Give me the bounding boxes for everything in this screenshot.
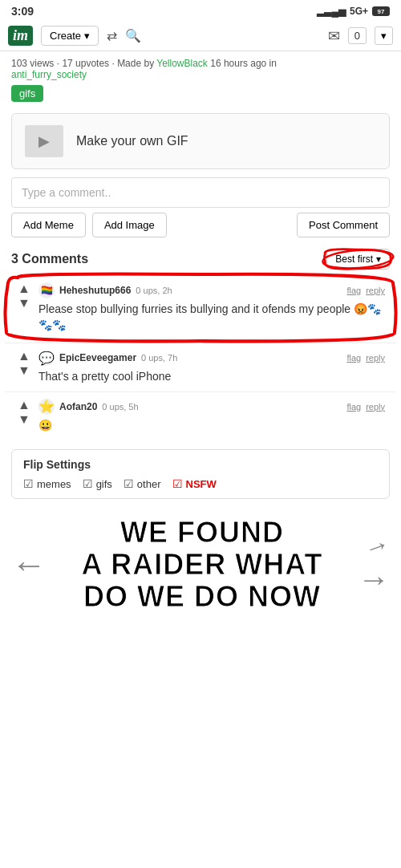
gif-thumb-icon: ▶ (25, 125, 63, 157)
meme-bottom-area: ← WE FOUND A RAIDER WHAT DO WE DO NOW → … (0, 509, 401, 623)
logo: im (8, 26, 33, 46)
comment-user-line-3: ⭐ Aofan20 0 ups, 5h flag reply (38, 399, 385, 415)
downvote-button-3[interactable]: ▼ (18, 413, 30, 426)
flip-option-nsfw: ☑ NSFW (172, 477, 217, 490)
flag-link-2[interactable]: flag (346, 353, 361, 363)
upvote-button-2[interactable]: ▲ (18, 350, 30, 363)
username-1[interactable]: Heheshutup666 (59, 285, 131, 296)
comments-header: 3 Comments Best first ▾ (0, 242, 401, 273)
flag-reply-2: flag reply (346, 353, 385, 363)
rainbow-flag-icon: 🏳️‍🌈 (41, 285, 53, 296)
comments-count-label: 3 Comments (11, 252, 88, 266)
comment-user-line-2: 💬 EpicEeveegamer 0 ups, 7h flag reply (38, 350, 385, 366)
gif-maker-banner[interactable]: ▶ Make your own GIF (11, 113, 390, 169)
comment-meta-2: 0 ups, 7h (141, 353, 177, 363)
comment-content-3: ⭐ Aofan20 0 ups, 5h flag reply 😀 (38, 399, 385, 434)
arrow-right-bottom-icon[interactable]: → (358, 562, 390, 598)
vote-column-2: ▲ ▼ (16, 350, 32, 385)
arrow-right-icons: → → (358, 532, 390, 598)
star-icon: ⭐ (38, 399, 55, 414)
checkbox-other[interactable]: ☑ (124, 477, 134, 490)
post-comment-button[interactable]: Post Comment (297, 213, 390, 237)
post-meta: 103 views · 17 upvotes · Made by YellowB… (0, 51, 401, 105)
tag-pill[interactable]: gifs (11, 85, 43, 102)
flip-option-gifs: ☑ gifs (83, 477, 112, 490)
notification-count[interactable]: 0 (348, 27, 367, 44)
signal-bars: ▂▃▄▅ (317, 6, 346, 17)
flip-settings: Flip Settings ☑ memes ☑ gifs ☑ other ☑ N… (11, 449, 390, 499)
checkbox-memes[interactable]: ☑ (23, 477, 34, 490)
comment-content-2: 💬 EpicEeveegamer 0 ups, 7h flag reply Th… (38, 350, 385, 385)
avatar-1: 🏳️‍🌈 (38, 282, 55, 298)
flag-link-3[interactable]: flag (346, 402, 361, 412)
comment-input[interactable]: Type a comment.. (11, 177, 390, 208)
checkbox-gifs[interactable]: ☑ (83, 477, 93, 490)
gif-banner-label: Make your own GIF (76, 134, 188, 148)
status-icons: ▂▃▄▅ 5G+ 97 (317, 6, 390, 17)
shuffle-icon[interactable]: ⇄ (107, 28, 117, 43)
flag-link-1[interactable]: flag (346, 286, 361, 295)
flip-option-memes: ☑ memes (23, 477, 71, 490)
comment-1-wrapper: ▲ ▼ 🏳️‍🌈 Heheshutup666 0 ups, 2h flag re… (5, 276, 396, 339)
flip-nsfw-label: NSFW (186, 478, 217, 490)
flag-reply-3: flag reply (346, 402, 385, 412)
status-bar: 3:09 ▂▃▄▅ 5G+ 97 (0, 0, 401, 21)
comment-1: ▲ ▼ 🏳️‍🌈 Heheshutup666 0 ups, 2h flag re… (5, 276, 396, 339)
bottom-handle-area (0, 623, 401, 639)
sort-button[interactable]: Best first ▾ (326, 249, 390, 270)
vote-column-1: ▲ ▼ (16, 282, 32, 333)
flip-gifs-label: gifs (96, 478, 112, 490)
comment-action-buttons: Add Meme Add Image Post Comment (11, 213, 390, 237)
comment-3: ▲ ▼ ⭐ Aofan20 0 ups, 5h flag reply 😀 (5, 391, 396, 440)
time-display: 3:09 (11, 5, 34, 18)
comment-2: ▲ ▼ 💬 EpicEeveegamer 0 ups, 7h flag repl… (5, 343, 396, 391)
vote-column-3: ▲ ▼ (16, 399, 32, 434)
search-icon[interactable]: 🔍 (125, 28, 141, 43)
meme-text-area: WE FOUND A RAIDER WHAT DO WE DO NOW (47, 517, 358, 612)
network-type: 5G+ (350, 6, 368, 17)
account-dropdown-button[interactable]: ▾ (375, 26, 393, 45)
checkbox-nsfw[interactable]: ☑ (172, 477, 183, 490)
arrow-left-icon[interactable]: ← (11, 545, 47, 585)
create-button[interactable]: Create ▾ (41, 26, 99, 46)
reply-link-2[interactable]: reply (366, 353, 385, 363)
chevron-down-icon: ▾ (376, 254, 381, 265)
avatar-3: ⭐ (38, 399, 55, 415)
avatar-2: 💬 (38, 350, 55, 366)
comment-content-1: 🏳️‍🌈 Heheshutup666 0 ups, 2h flag reply … (38, 282, 385, 333)
username-2[interactable]: EpicEeveegamer (59, 352, 136, 363)
comment-text-1: Please stop bullying furries its bullyin… (38, 302, 385, 333)
username-3[interactable]: Aofan20 (59, 401, 97, 412)
downvote-button-2[interactable]: ▼ (18, 364, 30, 377)
community-link[interactable]: anti_furry_society (11, 69, 87, 80)
sort-button-wrapper: Best first ▾ (326, 249, 390, 270)
downvote-button-1[interactable]: ▼ (18, 297, 30, 310)
comment-meta-1: 0 ups, 2h (136, 286, 172, 295)
flip-option-other: ☑ other (124, 477, 161, 490)
flip-memes-label: memes (37, 478, 71, 490)
comment-meta-3: 0 ups, 5h (102, 402, 138, 412)
top-nav: im Create ▾ ⇄ 🔍 ✉ 0 ▾ (0, 21, 401, 51)
battery-icon: 97 (372, 6, 390, 16)
reply-link-1[interactable]: reply (366, 286, 385, 295)
arrow-right-top-icon[interactable]: → (360, 528, 395, 565)
comment-user-line-1: 🏳️‍🌈 Heheshutup666 0 ups, 2h flag reply (38, 282, 385, 298)
upvote-button-3[interactable]: ▲ (18, 399, 30, 412)
author-link[interactable]: YellowBlack (156, 58, 208, 69)
comment-text-3: 😀 (38, 418, 385, 434)
upvote-count: 17 upvotes (62, 58, 109, 69)
add-meme-button[interactable]: Add Meme (11, 213, 86, 237)
meme-text-line1: WE FOUND A RAIDER WHAT DO WE DO NOW (47, 517, 358, 612)
reply-link-3[interactable]: reply (366, 402, 385, 412)
view-count: 103 views (11, 58, 54, 69)
upvote-button-1[interactable]: ▲ (18, 282, 30, 295)
speech-bubble-icon: 💬 (38, 351, 55, 366)
chevron-down-icon: ▾ (84, 30, 90, 42)
flag-reply-1: flag reply (346, 286, 385, 295)
add-image-button[interactable]: Add Image (92, 213, 167, 237)
mail-icon[interactable]: ✉ (328, 27, 340, 45)
comment-text-2: That's a pretty cool iPhone (38, 369, 385, 385)
flip-other-label: other (137, 478, 161, 490)
flip-options: ☑ memes ☑ gifs ☑ other ☑ NSFW (23, 477, 378, 490)
flip-settings-title: Flip Settings (23, 458, 378, 471)
